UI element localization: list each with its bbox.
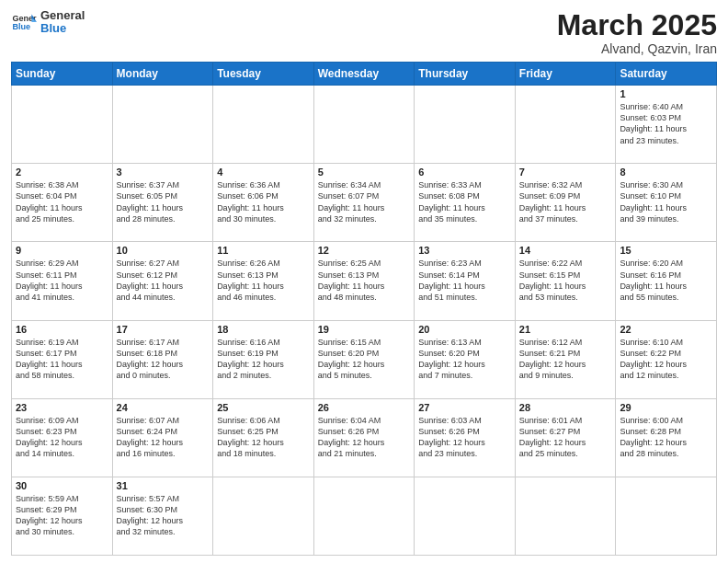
calendar-cell: 3Sunrise: 6:37 AM Sunset: 6:05 PM Daylig…: [112, 164, 213, 242]
day-number: 9: [16, 245, 108, 256]
cell-sun-info: Sunrise: 5:57 AM Sunset: 6:30 PM Dayligh…: [117, 493, 210, 538]
calendar-cell: 15Sunrise: 6:20 AM Sunset: 6:16 PM Dayli…: [616, 242, 717, 320]
calendar-cell: 7Sunrise: 6:32 AM Sunset: 6:09 PM Daylig…: [515, 164, 616, 242]
calendar-header-row: SundayMondayTuesdayWednesdayThursdayFrid…: [12, 63, 717, 86]
calendar-cell: [616, 477, 717, 555]
cell-sun-info: Sunrise: 6:09 AM Sunset: 6:23 PM Dayligh…: [16, 415, 108, 460]
calendar-cell: 30Sunrise: 5:59 AM Sunset: 6:29 PM Dayli…: [12, 477, 113, 555]
calendar-cell: 11Sunrise: 6:26 AM Sunset: 6:13 PM Dayli…: [213, 242, 314, 320]
day-header-thursday: Thursday: [415, 63, 516, 86]
cell-sun-info: Sunrise: 6:29 AM Sunset: 6:11 PM Dayligh…: [16, 258, 108, 303]
cell-sun-info: Sunrise: 6:04 AM Sunset: 6:26 PM Dayligh…: [318, 415, 411, 460]
day-header-tuesday: Tuesday: [213, 63, 314, 86]
day-number: 4: [217, 167, 310, 178]
calendar-cell: 18Sunrise: 6:16 AM Sunset: 6:19 PM Dayli…: [213, 320, 314, 398]
cell-sun-info: Sunrise: 6:07 AM Sunset: 6:24 PM Dayligh…: [117, 415, 210, 460]
cell-sun-info: Sunrise: 6:40 AM Sunset: 6:03 PM Dayligh…: [620, 101, 712, 146]
cell-sun-info: Sunrise: 6:26 AM Sunset: 6:13 PM Dayligh…: [217, 258, 310, 303]
calendar-week-2: 2Sunrise: 6:38 AM Sunset: 6:04 PM Daylig…: [12, 164, 717, 242]
day-number: 27: [418, 402, 511, 413]
calendar-cell: 12Sunrise: 6:25 AM Sunset: 6:13 PM Dayli…: [313, 242, 415, 320]
cell-sun-info: Sunrise: 6:03 AM Sunset: 6:26 PM Dayligh…: [418, 415, 511, 460]
cell-sun-info: Sunrise: 6:27 AM Sunset: 6:12 PM Dayligh…: [117, 258, 210, 303]
header: General Blue General Blue March 2025 Alv…: [11, 9, 717, 56]
day-number: 12: [318, 245, 411, 256]
cell-sun-info: Sunrise: 6:19 AM Sunset: 6:17 PM Dayligh…: [16, 337, 108, 382]
calendar-cell: 10Sunrise: 6:27 AM Sunset: 6:12 PM Dayli…: [112, 242, 213, 320]
calendar-cell: [213, 86, 314, 164]
day-header-friday: Friday: [515, 63, 616, 86]
day-number: 2: [16, 167, 108, 178]
calendar-cell: 13Sunrise: 6:23 AM Sunset: 6:14 PM Dayli…: [415, 242, 516, 320]
cell-sun-info: Sunrise: 5:59 AM Sunset: 6:29 PM Dayligh…: [16, 493, 108, 538]
calendar-cell: 22Sunrise: 6:10 AM Sunset: 6:22 PM Dayli…: [616, 320, 717, 398]
svg-text:Blue: Blue: [12, 23, 30, 32]
calendar-cell: 14Sunrise: 6:22 AM Sunset: 6:15 PM Dayli…: [515, 242, 616, 320]
cell-sun-info: Sunrise: 6:13 AM Sunset: 6:20 PM Dayligh…: [418, 337, 511, 382]
calendar-cell: 2Sunrise: 6:38 AM Sunset: 6:04 PM Daylig…: [12, 164, 113, 242]
cell-sun-info: Sunrise: 6:32 AM Sunset: 6:09 PM Dayligh…: [519, 179, 612, 224]
calendar-cell: [415, 86, 516, 164]
logo-icon: General Blue: [11, 9, 37, 35]
calendar-cell: 17Sunrise: 6:17 AM Sunset: 6:18 PM Dayli…: [112, 320, 213, 398]
calendar-cell: [415, 477, 516, 555]
calendar-week-4: 16Sunrise: 6:19 AM Sunset: 6:17 PM Dayli…: [12, 320, 717, 398]
cell-sun-info: Sunrise: 6:17 AM Sunset: 6:18 PM Dayligh…: [117, 337, 210, 382]
day-number: 14: [519, 245, 612, 256]
cell-sun-info: Sunrise: 6:36 AM Sunset: 6:06 PM Dayligh…: [217, 179, 310, 224]
cell-sun-info: Sunrise: 6:15 AM Sunset: 6:20 PM Dayligh…: [318, 337, 411, 382]
calendar-cell: 20Sunrise: 6:13 AM Sunset: 6:20 PM Dayli…: [415, 320, 516, 398]
cell-sun-info: Sunrise: 6:16 AM Sunset: 6:19 PM Dayligh…: [217, 337, 310, 382]
day-number: 18: [217, 324, 310, 335]
day-number: 20: [418, 324, 511, 335]
cell-sun-info: Sunrise: 6:33 AM Sunset: 6:08 PM Dayligh…: [418, 179, 511, 224]
day-number: 5: [318, 167, 411, 178]
cell-sun-info: Sunrise: 6:30 AM Sunset: 6:10 PM Dayligh…: [620, 179, 712, 224]
calendar-cell: 21Sunrise: 6:12 AM Sunset: 6:21 PM Dayli…: [515, 320, 616, 398]
cell-sun-info: Sunrise: 6:06 AM Sunset: 6:25 PM Dayligh…: [217, 415, 310, 460]
calendar-cell: 28Sunrise: 6:01 AM Sunset: 6:27 PM Dayli…: [515, 398, 616, 477]
day-header-wednesday: Wednesday: [313, 63, 415, 86]
calendar-cell: 16Sunrise: 6:19 AM Sunset: 6:17 PM Dayli…: [12, 320, 113, 398]
calendar-week-1: 1Sunrise: 6:40 AM Sunset: 6:03 PM Daylig…: [12, 86, 717, 164]
calendar-cell: 4Sunrise: 6:36 AM Sunset: 6:06 PM Daylig…: [213, 164, 314, 242]
day-number: 29: [620, 402, 712, 413]
day-header-sunday: Sunday: [12, 63, 113, 86]
day-header-saturday: Saturday: [616, 63, 717, 86]
cell-sun-info: Sunrise: 6:25 AM Sunset: 6:13 PM Dayligh…: [318, 258, 411, 303]
cell-sun-info: Sunrise: 6:23 AM Sunset: 6:14 PM Dayligh…: [418, 258, 511, 303]
calendar-table: SundayMondayTuesdayWednesdayThursdayFrid…: [11, 62, 717, 556]
calendar-week-3: 9Sunrise: 6:29 AM Sunset: 6:11 PM Daylig…: [12, 242, 717, 320]
day-number: 16: [16, 324, 108, 335]
calendar-cell: 23Sunrise: 6:09 AM Sunset: 6:23 PM Dayli…: [12, 398, 113, 477]
calendar-cell: [12, 86, 113, 164]
calendar-cell: [112, 86, 213, 164]
day-number: 6: [418, 167, 511, 178]
day-header-monday: Monday: [112, 63, 213, 86]
cell-sun-info: Sunrise: 6:20 AM Sunset: 6:16 PM Dayligh…: [620, 258, 712, 303]
calendar-cell: 5Sunrise: 6:34 AM Sunset: 6:07 PM Daylig…: [313, 164, 415, 242]
day-number: 13: [418, 245, 511, 256]
calendar-cell: 27Sunrise: 6:03 AM Sunset: 6:26 PM Dayli…: [415, 398, 516, 477]
day-number: 21: [519, 324, 612, 335]
calendar-cell: 24Sunrise: 6:07 AM Sunset: 6:24 PM Dayli…: [112, 398, 213, 477]
cell-sun-info: Sunrise: 6:37 AM Sunset: 6:05 PM Dayligh…: [117, 179, 210, 224]
calendar-cell: 26Sunrise: 6:04 AM Sunset: 6:26 PM Dayli…: [313, 398, 415, 477]
calendar-cell: 6Sunrise: 6:33 AM Sunset: 6:08 PM Daylig…: [415, 164, 516, 242]
page: General Blue General Blue March 2025 Alv…: [0, 0, 728, 563]
calendar-cell: [313, 477, 415, 555]
logo: General Blue General Blue: [11, 9, 85, 36]
day-number: 19: [318, 324, 411, 335]
cell-sun-info: Sunrise: 6:22 AM Sunset: 6:15 PM Dayligh…: [519, 258, 612, 303]
calendar-cell: 8Sunrise: 6:30 AM Sunset: 6:10 PM Daylig…: [616, 164, 717, 242]
month-title: March 2025: [557, 9, 717, 41]
cell-sun-info: Sunrise: 6:10 AM Sunset: 6:22 PM Dayligh…: [620, 337, 712, 382]
cell-sun-info: Sunrise: 6:34 AM Sunset: 6:07 PM Dayligh…: [318, 179, 411, 224]
logo-general-text: General: [40, 9, 85, 22]
calendar-week-6: 30Sunrise: 5:59 AM Sunset: 6:29 PM Dayli…: [12, 477, 717, 555]
calendar-cell: 1Sunrise: 6:40 AM Sunset: 6:03 PM Daylig…: [616, 86, 717, 164]
calendar-cell: 9Sunrise: 6:29 AM Sunset: 6:11 PM Daylig…: [12, 242, 113, 320]
day-number: 15: [620, 245, 712, 256]
calendar-cell: [313, 86, 415, 164]
day-number: 1: [620, 88, 712, 99]
